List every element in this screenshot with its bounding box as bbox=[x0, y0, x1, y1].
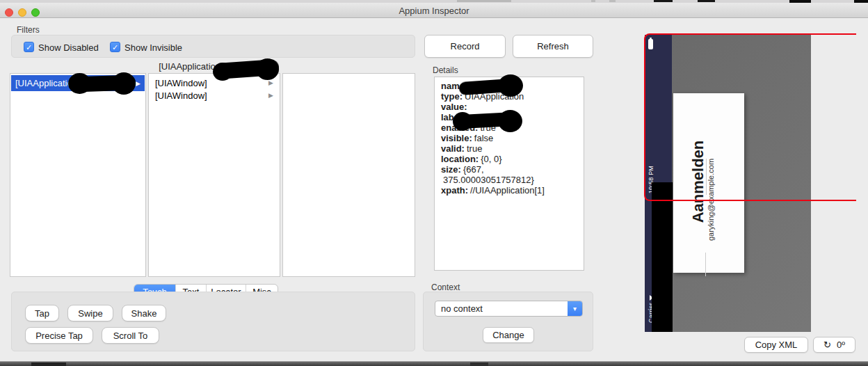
precise-tap-button[interactable]: Precise Tap bbox=[25, 327, 93, 344]
appium-inspector-window: Appium Inspector Filters ✓ Show Disabled… bbox=[0, 0, 868, 366]
redaction-mark bbox=[652, 182, 673, 332]
filters-panel: ✓ Show Disabled ✓ Show Invisible bbox=[11, 35, 415, 58]
change-context-button[interactable]: Change bbox=[483, 327, 534, 343]
element-highlight-box bbox=[644, 33, 856, 201]
rotate-icon: ↻ bbox=[823, 340, 831, 350]
tree-item-label: [UIAWindow] bbox=[155, 90, 207, 101]
source-tree-column-3[interactable] bbox=[282, 73, 415, 277]
tree-item-label: [UIAWindow] bbox=[155, 78, 207, 88]
source-tree-column-2[interactable]: [UIAWindow] ▶ [UIAWindow] ▶ bbox=[148, 73, 280, 277]
tree-item-uiawindow-2[interactable]: [UIAWindow] ▶ bbox=[150, 89, 279, 102]
refresh-button[interactable]: Refresh bbox=[513, 35, 593, 58]
redaction-mark bbox=[453, 112, 472, 131]
rotation-button[interactable]: ↻ 0º bbox=[813, 337, 855, 353]
swipe-button[interactable]: Swipe bbox=[67, 305, 113, 321]
tree-item-uiawindow-1[interactable]: [UIAWindow] ▶ bbox=[150, 77, 279, 89]
details-box: name:asphaltapp type:UIAApplication valu… bbox=[434, 77, 584, 271]
context-select[interactable]: no context ▾ bbox=[435, 301, 583, 317]
context-label: Context bbox=[431, 283, 460, 292]
details-label: Details bbox=[433, 65, 458, 75]
shake-button[interactable]: Shake bbox=[122, 305, 166, 321]
check-icon: ✓ bbox=[26, 43, 32, 51]
source-tree-column-1[interactable]: [UIAApplication] asphaltap ▶ bbox=[10, 73, 146, 277]
context-selected-value: no context bbox=[435, 303, 483, 314]
redaction-mark bbox=[256, 58, 279, 80]
show-disabled-checkbox[interactable]: ✓ bbox=[24, 42, 34, 52]
redaction-mark bbox=[498, 110, 522, 132]
show-disabled-label: Show Disabled bbox=[38, 42, 99, 53]
bottom-window-edge bbox=[0, 361, 868, 366]
expand-arrow-icon: ▶ bbox=[268, 79, 273, 86]
expand-arrow-icon: ▶ bbox=[136, 80, 140, 87]
redaction-mark bbox=[213, 63, 232, 81]
record-button[interactable]: Record bbox=[424, 35, 506, 58]
tap-button[interactable]: Tap bbox=[25, 305, 59, 321]
title-bar: Appium Inspector bbox=[0, 3, 868, 18]
check-icon: ✓ bbox=[112, 43, 118, 51]
filters-label: Filters bbox=[17, 25, 40, 35]
chevron-down-icon: ▾ bbox=[568, 301, 582, 316]
scroll-to-button[interactable]: Scroll To bbox=[102, 327, 159, 344]
show-invisible-checkbox[interactable]: ✓ bbox=[110, 42, 120, 52]
show-invisible-label: Show Invisible bbox=[124, 42, 182, 53]
rotation-value: 0º bbox=[837, 340, 845, 350]
window-title: Appium Inspector bbox=[0, 6, 868, 16]
redaction-mark bbox=[498, 74, 523, 97]
redaction-mark bbox=[68, 73, 91, 94]
copy-xml-button[interactable]: Copy XML bbox=[744, 337, 808, 353]
expand-arrow-icon: ▶ bbox=[268, 92, 273, 99]
redaction-mark bbox=[112, 72, 136, 95]
